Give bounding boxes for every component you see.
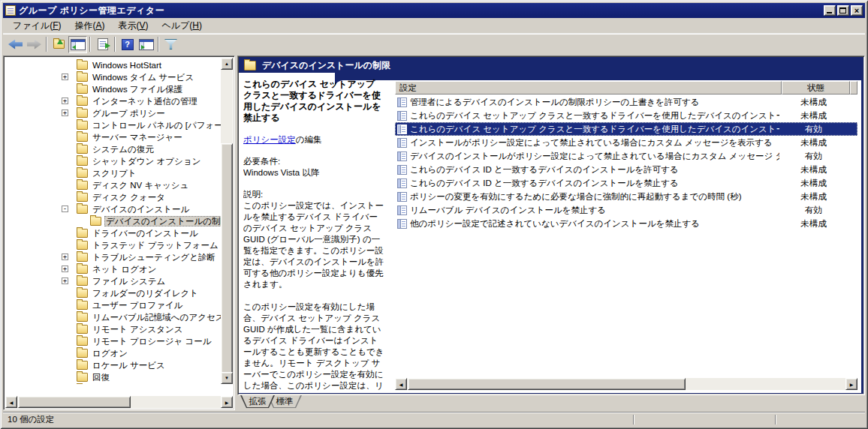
requirements-label: 必要条件: (243, 156, 384, 167)
policy-icon (397, 138, 407, 148)
tree-horizontal-scrollbar[interactable]: ◀ ▶ (5, 396, 233, 408)
policy-setting-edit-link[interactable]: ポリシー設定 (243, 135, 296, 144)
close-icon: × (851, 5, 862, 16)
tree-item[interactable]: ディスク NV キャッシュ (5, 179, 221, 191)
tree-item[interactable]: シャットダウン オプション (5, 155, 221, 167)
tree-item-label: リモート プロシージャ コール (91, 336, 213, 346)
tree-item[interactable]: ドライバーのインストール (5, 227, 221, 239)
help-button[interactable]: ? (118, 36, 137, 53)
table-row[interactable]: これらのデバイス セットアップ クラスと一致するドライバーを使用したデバイスのイ… (395, 109, 857, 122)
list-hscroll-thumb[interactable] (408, 378, 686, 390)
tree-item[interactable]: リモート アシスタンス (5, 323, 221, 335)
folder-icon (244, 61, 256, 70)
tree-item[interactable]: Windows ファイル保護 (5, 83, 221, 95)
tree-vertical-scrollbar[interactable]: ▲ ▼ (221, 58, 233, 384)
tree-item[interactable]: + トラブルシューティングと診断 (5, 251, 221, 263)
menu-item[interactable]: 表示(V) (111, 18, 155, 34)
folder-icon (77, 121, 88, 130)
up-one-level-icon (53, 40, 65, 49)
list-horizontal-scrollbar[interactable]: ◀ ▶ (395, 378, 857, 390)
tree-vscroll-thumb[interactable] (221, 143, 233, 380)
tree-item[interactable]: リモート プロシージャ コール (5, 335, 221, 347)
tree-item[interactable]: 回復 (5, 371, 221, 383)
scroll-right-button[interactable]: ▶ (845, 378, 857, 390)
tree-item[interactable]: リムーバブル記憶域へのアクセス (5, 311, 221, 323)
menu-item[interactable]: ファイル(F) (6, 18, 68, 34)
setting-cell: インストールがポリシー設定によって禁止されている場合にカスタム メッセージを表示… (410, 137, 779, 148)
tree-item[interactable]: + Windows タイム サービス (5, 71, 221, 83)
scroll-right-button[interactable]: ▶ (221, 396, 233, 408)
up-one-level-button[interactable] (50, 36, 68, 53)
tree-item[interactable]: Windows HotStart (5, 59, 221, 71)
menu-item[interactable]: 操作(A) (68, 18, 111, 34)
description-label: 説明: (243, 189, 384, 200)
requirements-value: Windows Vista 以降 (243, 167, 384, 178)
tree-expander[interactable]: + (62, 74, 68, 80)
tree-item[interactable]: ディスク クォータ (5, 191, 221, 203)
table-row[interactable]: 他のポリシー設定で記述されていないデバイスのインストールを禁止する 未構成 (395, 217, 857, 230)
tree-item[interactable]: + グループ ポリシー (5, 107, 221, 119)
table-row[interactable]: これらのデバイス セットアップ クラスと一致するドライバーを使用したデバイスのイ… (395, 122, 857, 136)
filter-button[interactable] (161, 36, 180, 53)
table-row[interactable]: リムーバブル デバイスのインストールを禁止する 有効 (395, 203, 857, 217)
tree-item-label: Windows タイム サービス (91, 72, 195, 82)
policy-icon (397, 165, 407, 175)
table-row[interactable]: 管理者によるデバイスのインストールの制限ポリシーの上書きを許可する 未構成 (395, 95, 857, 109)
tree-expander[interactable]: + (62, 254, 68, 260)
tree-item[interactable]: - デバイスのインストール (5, 203, 221, 215)
tree-item-label: リムーバブル記憶域へのアクセス (91, 312, 221, 322)
tree-item[interactable]: 拡張記憶域へのアクセス (5, 383, 221, 384)
policy-icon (397, 152, 407, 161)
column-header-setting[interactable]: 設定 (395, 81, 782, 94)
tree-item[interactable]: ユーザー プロファイル (5, 299, 221, 311)
tree-item-label: デバイスのインストール (91, 204, 191, 214)
show-console-tree-button[interactable] (68, 36, 87, 53)
table-row[interactable]: デバイスのインストールがポリシー設定によって禁止されている場合にカスタム メッセ… (395, 149, 857, 163)
tree-hscroll-thumb[interactable] (18, 396, 131, 408)
setting-cell: これらのデバイス セットアップ クラスと一致するドライバーを使用したデバイスのイ… (410, 124, 779, 135)
back-button[interactable] (6, 36, 25, 53)
tree-item[interactable]: システムの復元 (5, 143, 221, 155)
menu-item[interactable]: ヘルプ(H) (155, 18, 209, 34)
tree-expander[interactable]: + (62, 110, 68, 116)
column-header-state[interactable]: 状態 (782, 81, 850, 94)
table-row[interactable]: インストールがポリシー設定によって禁止されている場合にカスタム メッセージを表示… (395, 136, 857, 149)
export-list-button[interactable] (93, 36, 112, 53)
tree-item[interactable]: フォルダーのリダイレクト (5, 287, 221, 299)
view-tab[interactable]: 拡張 (240, 395, 275, 408)
status-text: 10 個の設定 (8, 414, 54, 425)
tree-item[interactable]: スクリプト (5, 167, 221, 179)
table-row[interactable]: ポリシーの変更を有効にするために必要な場合に強制的に再起動するまでの時間 (秒)… (395, 190, 857, 203)
tree-item-label: コントロール パネルの [パフォーマンス (91, 120, 221, 130)
tree-item[interactable]: + ネット ログオン (5, 263, 221, 275)
setting-cell: 他のポリシー設定で記述されていないデバイスのインストールを禁止する (410, 218, 779, 230)
extended-view-button[interactable] (137, 36, 155, 53)
maximize-button[interactable] (837, 5, 849, 16)
tree-item[interactable]: コントロール パネルの [パフォーマンス (5, 119, 221, 131)
tree-item[interactable]: + インターネット通信の管理 (5, 95, 221, 107)
tree-item[interactable]: デバイスのインストールの制限 (5, 215, 221, 227)
scroll-up-button[interactable]: ▲ (221, 58, 233, 70)
forward-button[interactable] (25, 36, 44, 53)
table-row[interactable]: これらのデバイス ID と一致するデバイスのインストールを許可する 未構成 (395, 163, 857, 176)
tree-expander[interactable]: + (62, 266, 68, 272)
tree-expander[interactable]: + (62, 278, 68, 284)
console-tree-panel: Windows HotStart + Windows タイム サービス Wind… (3, 56, 235, 410)
table-row[interactable]: これらのデバイス ID と一致するデバイスのインストールを禁止する 未構成 (395, 176, 857, 190)
tree-item[interactable]: ロケール サービス (5, 359, 221, 371)
scroll-down-button[interactable]: ▼ (221, 372, 233, 384)
tree-item[interactable]: ログオン (5, 347, 221, 359)
toolbar-separator (114, 37, 116, 52)
folder-icon (77, 277, 88, 286)
minimize-button[interactable] (824, 5, 836, 16)
scroll-left-button[interactable]: ◀ (395, 378, 407, 390)
tree-expander[interactable]: + (62, 98, 68, 104)
description-paragraph: このポリシー設定を有効にした場合、デバイス セットアップ クラス GUID が作… (243, 302, 384, 392)
scroll-left-button[interactable]: ◀ (5, 396, 17, 408)
tree-item[interactable]: + ファイル システム (5, 275, 221, 287)
tree-item[interactable]: サーバー マネージャー (5, 131, 221, 143)
title-bar[interactable]: グループ ポリシー管理エディター × (3, 3, 865, 18)
tree-expander[interactable]: - (62, 206, 68, 212)
close-button[interactable]: × (851, 5, 863, 16)
tree-item[interactable]: トラステッド プラットフォーム モジュール (5, 239, 221, 251)
